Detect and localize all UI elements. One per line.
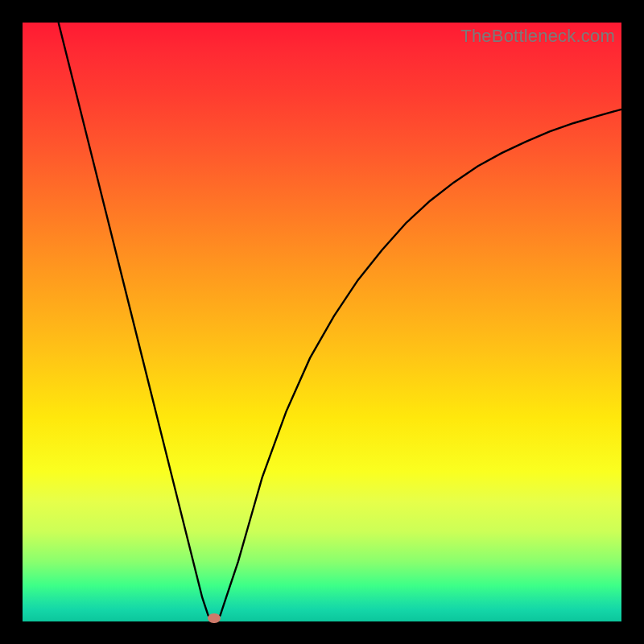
curve-path	[59, 23, 621, 621]
bottleneck-curve	[23, 23, 621, 621]
plot-area: TheBottleneck.com	[23, 23, 621, 621]
minimum-marker-icon	[208, 613, 221, 623]
chart-frame: TheBottleneck.com	[0, 0, 644, 644]
